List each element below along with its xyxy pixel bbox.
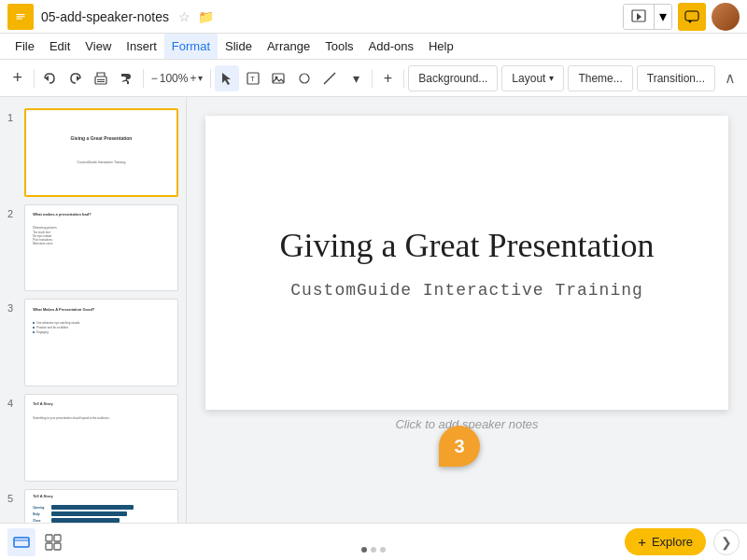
add-slide-button[interactable]: + bbox=[6, 65, 30, 91]
undo-button[interactable] bbox=[37, 65, 62, 91]
slide-num-5: 5 bbox=[7, 489, 19, 504]
theme-button[interactable]: Theme... bbox=[568, 65, 632, 91]
slide-num-1: 1 bbox=[7, 108, 19, 123]
callout-number: 3 bbox=[439, 426, 480, 467]
layout-label: Layout bbox=[512, 72, 545, 85]
menu-insert[interactable]: Insert bbox=[119, 34, 164, 59]
transition-button[interactable]: Transition... bbox=[637, 65, 715, 91]
slideshow-dropdown[interactable]: ▾ bbox=[654, 5, 671, 29]
slideshow-button[interactable]: ▾ bbox=[623, 4, 672, 30]
zoom-control[interactable]: − 100% + ▾ bbox=[148, 72, 207, 85]
slide-item-5[interactable]: 5 Tell A Story Opening Body bbox=[0, 485, 186, 523]
more-tools-button[interactable]: ▾ bbox=[344, 65, 368, 91]
grid-view-button[interactable] bbox=[39, 528, 67, 556]
image-tool-button[interactable] bbox=[267, 65, 291, 91]
theme-label: Theme... bbox=[578, 72, 622, 85]
transition-label: Transition... bbox=[647, 72, 705, 85]
redo-button[interactable] bbox=[63, 65, 88, 91]
slide-thumb-1: Giving a Great Presentation CustomGuide … bbox=[24, 108, 178, 197]
svg-rect-25 bbox=[54, 543, 61, 550]
svg-point-18 bbox=[300, 74, 309, 83]
menu-format[interactable]: Format bbox=[164, 34, 218, 59]
slide-num-2: 2 bbox=[7, 204, 19, 219]
slide-thumb-2: What makes a presentation bad? Distracti… bbox=[24, 204, 178, 292]
app-icon bbox=[7, 4, 34, 30]
svg-rect-6 bbox=[685, 11, 698, 21]
svg-rect-20 bbox=[14, 538, 29, 547]
toolbar-separator-4 bbox=[372, 69, 373, 88]
slide3-thumb-title: What Makes A Presentation Good? bbox=[33, 307, 94, 312]
menu-help[interactable]: Help bbox=[421, 34, 461, 59]
slide-main-title: Giving a Great Presentation bbox=[280, 226, 655, 266]
canvas-area: Giving a Great Presentation CustomGuide … bbox=[187, 97, 747, 523]
callout-bubble: 3 bbox=[439, 426, 480, 467]
svg-rect-3 bbox=[17, 18, 22, 19]
dot-3 bbox=[380, 547, 386, 553]
slide-num-3: 3 bbox=[7, 299, 19, 314]
toolbar-collapse-button[interactable]: ∧ bbox=[719, 67, 741, 90]
title-bar: 05-add-speaker-notes ☆ 📁 ▾ bbox=[0, 0, 747, 34]
svg-rect-16 bbox=[273, 74, 284, 83]
toolbar-separator-1 bbox=[34, 69, 35, 88]
menu-arrange[interactable]: Arrange bbox=[260, 34, 317, 59]
dot-1 bbox=[361, 547, 367, 553]
title-icons: ☆ 📁 bbox=[175, 9, 214, 24]
explore-button[interactable]: + Explore bbox=[625, 528, 706, 555]
svg-rect-1 bbox=[17, 14, 25, 15]
slide-item-1[interactable]: 1 Giving a Great Presentation CustomGuid… bbox=[0, 105, 186, 201]
shape-tool-button[interactable] bbox=[292, 65, 317, 91]
background-label: Background... bbox=[418, 72, 487, 85]
slide4-thumb-content: Something in your presentation should sp… bbox=[33, 416, 111, 420]
toolbar-slide-options: Background... Layout ▾ Theme... Transiti… bbox=[408, 65, 741, 91]
slide-num-4: 4 bbox=[7, 394, 19, 409]
slideshow-main bbox=[624, 5, 654, 29]
doc-title[interactable]: 05-add-speaker-notes bbox=[41, 9, 169, 24]
slide-view-button[interactable] bbox=[7, 528, 35, 556]
paint-format-button[interactable] bbox=[115, 65, 139, 91]
star-icon[interactable]: ☆ bbox=[178, 9, 190, 24]
slide5-thumb-rows: Opening Body Close bbox=[33, 505, 170, 523]
select-tool-button[interactable] bbox=[215, 65, 239, 91]
zoom-in-icon: + bbox=[190, 72, 196, 85]
slide-canvas[interactable]: Giving a Great Presentation CustomGuide … bbox=[205, 116, 728, 410]
slide-item-4[interactable]: 4 Tell A Story Something in your present… bbox=[0, 390, 186, 485]
comments-button[interactable] bbox=[678, 3, 706, 31]
toolbar-separator-3 bbox=[210, 69, 211, 88]
menu-view[interactable]: View bbox=[78, 34, 119, 59]
menu-addons[interactable]: Add-ons bbox=[361, 34, 421, 59]
insert-comment-button[interactable]: + bbox=[376, 65, 401, 91]
svg-rect-11 bbox=[97, 79, 105, 80]
folder-icon[interactable]: 📁 bbox=[198, 9, 214, 24]
top-right-controls: ▾ bbox=[623, 3, 740, 31]
slide-item-2[interactable]: 2 What makes a presentation bad? Distrac… bbox=[0, 201, 186, 296]
menu-edit[interactable]: Edit bbox=[42, 34, 78, 59]
background-button[interactable]: Background... bbox=[408, 65, 498, 91]
menu-tools[interactable]: Tools bbox=[317, 34, 360, 59]
layout-arrow: ▾ bbox=[549, 73, 554, 83]
toolbar: + − 100% + ▾ T ▾ + Background... bbox=[0, 60, 747, 97]
user-avatar[interactable] bbox=[712, 3, 740, 31]
right-panel-collapse-button[interactable]: ❯ bbox=[713, 529, 740, 555]
zoom-dropdown-icon[interactable]: ▾ bbox=[198, 73, 203, 83]
slide-thumb-3: What Makes A Presentation Good? Use attr… bbox=[24, 299, 178, 386]
menu-slide[interactable]: Slide bbox=[218, 34, 260, 59]
toolbar-separator-5 bbox=[403, 69, 404, 88]
slide-item-3[interactable]: 3 What Makes A Presentation Good? Use at… bbox=[0, 295, 186, 390]
svg-rect-2 bbox=[17, 16, 25, 17]
slide1-thumb-subtitle: CustomGuide Interactive Training bbox=[78, 161, 126, 164]
svg-marker-13 bbox=[222, 73, 231, 85]
slide2-thumb-title: What makes a presentation bad? bbox=[33, 212, 91, 217]
layout-button[interactable]: Layout ▾ bbox=[501, 65, 564, 91]
bottom-bar: + Explore ❯ bbox=[0, 523, 747, 560]
slide4-thumb-title: Tell A Story bbox=[33, 401, 53, 406]
svg-text:T: T bbox=[250, 75, 255, 83]
slide2-thumb-content: Distracting picturesToo much textNo eye … bbox=[33, 226, 57, 245]
menu-file[interactable]: File bbox=[7, 34, 42, 59]
svg-rect-24 bbox=[46, 543, 52, 550]
slide-thumb-5: Tell A Story Opening Body Close bbox=[24, 489, 178, 523]
print-button[interactable] bbox=[90, 65, 114, 91]
zoom-out-icon: − bbox=[151, 72, 158, 85]
textbox-tool-button[interactable]: T bbox=[241, 65, 265, 91]
explore-label: Explore bbox=[652, 535, 693, 549]
line-tool-button[interactable] bbox=[318, 65, 343, 91]
